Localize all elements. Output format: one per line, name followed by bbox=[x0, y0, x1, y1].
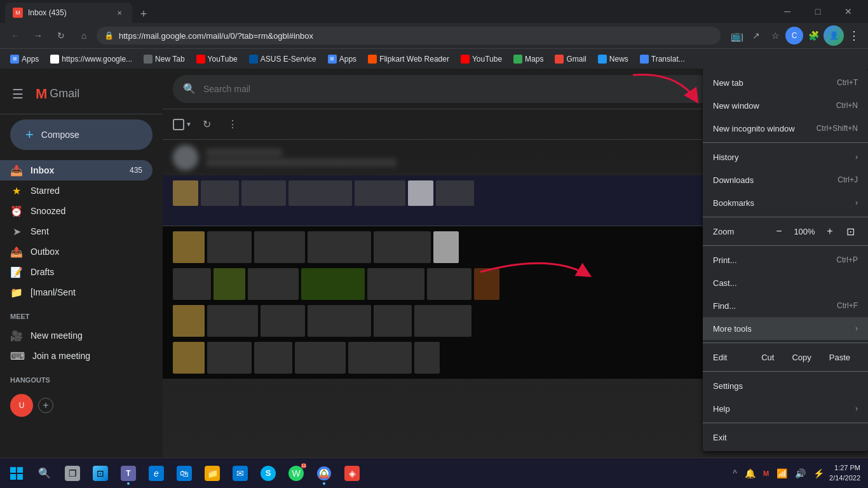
taskbar-whatsapp[interactable]: W 11 bbox=[282, 459, 310, 487]
forward-button[interactable]: → bbox=[28, 25, 48, 46]
active-tab[interactable]: M Inbox (435) ✕ bbox=[5, 3, 132, 23]
taskbar-store[interactable]: 🛍 bbox=[170, 459, 198, 487]
copy-button[interactable]: Copy bbox=[784, 350, 818, 365]
taskbar-redapp[interactable]: ◈ bbox=[338, 459, 366, 487]
zoom-plus-button[interactable]: + bbox=[822, 224, 837, 239]
minimize-button[interactable]: ─ bbox=[773, 1, 802, 22]
menu-item-print[interactable]: Print... Ctrl+P bbox=[703, 248, 868, 271]
bookmark-apps2[interactable]: ⊞ Apps bbox=[323, 51, 362, 67]
volume-icon[interactable]: 🔊 bbox=[792, 466, 808, 481]
taskbar-mail[interactable]: ✉ bbox=[226, 459, 254, 487]
join-meeting-item[interactable]: ⌨ Join a meeting bbox=[0, 346, 163, 366]
nav-item-imanl-sent[interactable]: 📁 [Imanl/Sent bbox=[0, 282, 153, 302]
bookmark-google[interactable]: https://www.google... bbox=[45, 51, 137, 67]
b3b7 bbox=[474, 268, 499, 300]
bookmark-star-icon[interactable]: ☆ bbox=[766, 27, 784, 44]
join-meeting-icon: ⌨ bbox=[10, 350, 25, 362]
wifi-icon[interactable]: 📶 bbox=[774, 466, 790, 481]
menu-item-history[interactable]: History › bbox=[703, 146, 868, 168]
bookmark-apps1[interactable]: ⊞ Apps bbox=[5, 51, 44, 67]
bookmark-news[interactable]: News bbox=[593, 51, 634, 67]
imanl-label: [Imanl/Sent bbox=[31, 287, 142, 297]
menu-item-bookmarks[interactable]: Bookmarks › bbox=[703, 191, 868, 214]
nav-item-starred[interactable]: ★ Starred bbox=[0, 180, 153, 201]
notification-chevron-icon[interactable]: ^ bbox=[730, 466, 740, 481]
hamburger-menu[interactable]: ☰ bbox=[5, 81, 31, 107]
compose-button[interactable]: + Compose bbox=[10, 119, 153, 150]
bookmark-youtube2[interactable]: YouTube bbox=[456, 51, 507, 67]
new-meeting-icon: 🎥 bbox=[10, 330, 23, 342]
bookmark-asus[interactable]: ASUS E-Service bbox=[244, 51, 322, 67]
bookmark-translat[interactable]: Translat... bbox=[635, 51, 690, 67]
gmail-logo: M Gmail bbox=[36, 86, 79, 102]
nav-item-snoozed[interactable]: ⏰ Snoozed bbox=[0, 201, 153, 221]
select-checkbox-area: ▼ bbox=[173, 119, 192, 130]
cut-button[interactable]: Cut bbox=[754, 350, 782, 365]
search-input[interactable] bbox=[203, 84, 770, 94]
refresh-button[interactable]: ↻ bbox=[197, 114, 217, 135]
snoozed-label: Snoozed bbox=[31, 206, 142, 216]
menu-item-cast[interactable]: Cast... bbox=[703, 271, 868, 294]
system-time[interactable]: 1:27 PM 2/14/2022 bbox=[829, 463, 860, 483]
close-button[interactable]: ✕ bbox=[834, 1, 863, 22]
nav-item-outbox[interactable]: 📤 Outbox bbox=[0, 241, 153, 262]
new-tab-button[interactable]: + bbox=[135, 5, 153, 23]
bookmark-gmail[interactable]: Gmail bbox=[550, 51, 591, 67]
nav-item-sent[interactable]: ➤ Sent bbox=[0, 221, 153, 241]
bookmarks-arrow-icon: › bbox=[855, 198, 858, 207]
taskbar-search-button[interactable]: 🔍 bbox=[31, 459, 58, 487]
menu-item-settings[interactable]: Settings bbox=[703, 374, 868, 397]
taskbar-skype[interactable]: S bbox=[254, 459, 282, 487]
more-options-button[interactable]: ⋮ bbox=[222, 114, 243, 135]
address-bar[interactable]: 🔒 https://mail.google.com/mail/u/0/?tab=… bbox=[97, 27, 721, 44]
extension-icon[interactable]: C bbox=[785, 27, 803, 44]
redapp-icon: ◈ bbox=[344, 466, 360, 481]
nav-item-drafts[interactable]: 📝 Drafts bbox=[0, 262, 153, 282]
tab-close-button[interactable]: ✕ bbox=[114, 8, 125, 18]
zoom-minus-button[interactable]: − bbox=[771, 224, 787, 239]
menu-item-exit[interactable]: Exit bbox=[703, 426, 868, 449]
bookmark-maps[interactable]: Maps bbox=[508, 51, 548, 67]
email-avatar-1 bbox=[173, 145, 198, 170]
hangouts-add-button[interactable]: + bbox=[38, 398, 53, 413]
profile-avatar[interactable]: 👤 bbox=[824, 25, 844, 46]
zoom-expand-button[interactable]: ⊡ bbox=[843, 224, 858, 239]
taskbar-chrome[interactable] bbox=[310, 459, 338, 487]
menu-button[interactable]: ⋮ bbox=[845, 27, 863, 44]
gmail-tray-icon[interactable]: M bbox=[761, 467, 771, 480]
select-dropdown-icon[interactable]: ▼ bbox=[186, 121, 192, 128]
new-meeting-label: New meeting bbox=[31, 330, 83, 341]
taskbar-files[interactable]: 📁 bbox=[198, 459, 226, 487]
menu-item-find[interactable]: Find... Ctrl+F bbox=[703, 294, 868, 317]
reload-button[interactable]: ↻ bbox=[51, 25, 71, 46]
menu-item-help[interactable]: Help › bbox=[703, 397, 868, 420]
taskbar-edge[interactable]: e bbox=[142, 459, 170, 487]
select-all-checkbox[interactable] bbox=[173, 119, 184, 130]
notifications-icon[interactable]: 🔔 bbox=[742, 466, 758, 481]
menu-item-incognito[interactable]: New incognito window Ctrl+Shift+N bbox=[703, 117, 868, 140]
nav-item-inbox[interactable]: 📥 Inbox 435 bbox=[0, 160, 153, 180]
menu-item-new-tab[interactable]: New tab Ctrl+T bbox=[703, 71, 868, 94]
hangouts-user[interactable]: U + bbox=[0, 389, 163, 422]
bookmark-newtab[interactable]: New Tab bbox=[139, 51, 189, 67]
cast-icon[interactable]: 📺 bbox=[728, 27, 746, 44]
share-icon[interactable]: ↗ bbox=[747, 27, 765, 44]
window-controls: ─ □ ✕ bbox=[773, 1, 863, 22]
taskbar-teams[interactable]: T bbox=[114, 459, 142, 487]
divider-3 bbox=[703, 245, 868, 246]
start-button[interactable] bbox=[3, 459, 31, 487]
bookmark-youtube1[interactable]: YouTube bbox=[191, 51, 243, 67]
maximize-button[interactable]: □ bbox=[803, 1, 832, 22]
puzzle-icon[interactable]: 🧩 bbox=[804, 27, 822, 44]
back-button[interactable]: ← bbox=[5, 25, 25, 46]
menu-item-downloads[interactable]: Downloads Ctrl+J bbox=[703, 168, 868, 191]
paste-button[interactable]: Paste bbox=[822, 350, 858, 365]
taskbar-taskview[interactable]: ❐ bbox=[58, 459, 86, 487]
menu-item-new-window[interactable]: New window Ctrl+N bbox=[703, 94, 868, 117]
bookmark-flipkart[interactable]: Flipkart Web Reader bbox=[363, 51, 454, 67]
battery-icon[interactable]: ⚡ bbox=[811, 466, 827, 481]
menu-item-more-tools[interactable]: More tools › bbox=[703, 317, 868, 340]
taskbar-widgets[interactable]: ⊡ bbox=[86, 459, 114, 487]
home-button[interactable]: ⌂ bbox=[74, 25, 94, 46]
new-meeting-item[interactable]: 🎥 New meeting bbox=[0, 325, 163, 346]
